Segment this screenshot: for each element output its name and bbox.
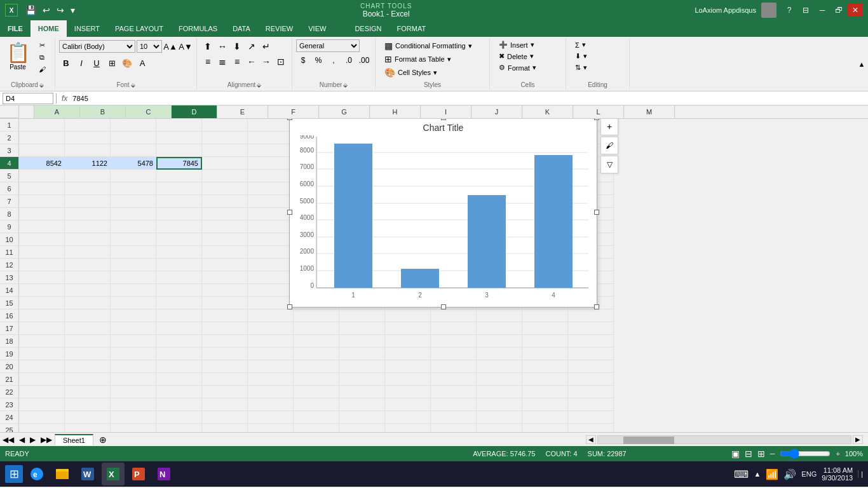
cell-B16[interactable] bbox=[65, 309, 111, 322]
tab-page-layout[interactable]: PAGE LAYOUT bbox=[107, 20, 171, 37]
save-button[interactable]: 💾 bbox=[23, 4, 39, 17]
cell-L22[interactable] bbox=[522, 386, 568, 398]
cell-B3[interactable] bbox=[65, 144, 111, 157]
chart-container[interactable]: Chart Title 0 1000 2000 3000 4000 5000 6… bbox=[289, 117, 597, 308]
cell-E14[interactable] bbox=[202, 284, 248, 297]
cell-M17[interactable] bbox=[568, 322, 614, 335]
font-color-button[interactable]: A bbox=[135, 56, 149, 70]
cell-C10[interactable] bbox=[111, 233, 156, 246]
cell-A8[interactable] bbox=[19, 208, 65, 220]
formula-input[interactable] bbox=[72, 93, 865, 104]
resize-handle-bl[interactable] bbox=[287, 304, 292, 309]
cell-B24[interactable] bbox=[65, 411, 111, 424]
start-button[interactable]: ⊞ bbox=[5, 465, 23, 483]
cell-B8[interactable] bbox=[65, 208, 111, 220]
cell-L17[interactable] bbox=[522, 322, 568, 335]
minimize-button[interactable]: ─ bbox=[815, 4, 830, 17]
increase-indent-button[interactable]: → bbox=[259, 55, 273, 69]
scroll-track[interactable] bbox=[597, 435, 851, 444]
taskbar-files[interactable] bbox=[51, 463, 74, 485]
chart-bar-2[interactable] bbox=[401, 269, 439, 288]
angle-text-button[interactable]: ↗ bbox=[245, 39, 259, 53]
cell-E10[interactable] bbox=[202, 233, 248, 246]
cell-E23[interactable] bbox=[202, 398, 248, 411]
cell-L18[interactable] bbox=[522, 335, 568, 348]
cell-F16[interactable] bbox=[248, 309, 294, 322]
page-layout-view-button[interactable]: ⊟ bbox=[745, 449, 752, 459]
chart-bar-1[interactable] bbox=[334, 144, 372, 288]
cell-H20[interactable] bbox=[339, 360, 385, 373]
cell-C15[interactable] bbox=[111, 297, 156, 309]
cell-I19[interactable] bbox=[385, 348, 431, 360]
bold-button[interactable]: B bbox=[59, 56, 73, 70]
cell-E21[interactable] bbox=[202, 373, 248, 386]
cell-D24[interactable] bbox=[156, 411, 202, 424]
tab-view[interactable]: VIEW bbox=[301, 20, 334, 37]
cell-F20[interactable] bbox=[248, 360, 294, 373]
scroll-left-button[interactable]: ◀ bbox=[586, 435, 596, 444]
resize-handle-br[interactable] bbox=[594, 304, 599, 309]
cell-F7[interactable] bbox=[248, 195, 294, 208]
cell-D3[interactable] bbox=[156, 144, 202, 157]
cell-F6[interactable] bbox=[248, 182, 294, 195]
cell-C7[interactable] bbox=[111, 195, 156, 208]
taskbar-word[interactable]: W bbox=[76, 463, 99, 485]
number-expand-icon[interactable]: ⬙ bbox=[343, 82, 348, 88]
cell-E13[interactable] bbox=[202, 271, 248, 284]
col-header-J[interactable]: J bbox=[471, 105, 522, 118]
cell-E25[interactable] bbox=[202, 424, 248, 432]
cell-C17[interactable] bbox=[111, 322, 156, 335]
cell-A10[interactable] bbox=[19, 233, 65, 246]
cell-C19[interactable] bbox=[111, 348, 156, 360]
cell-M18[interactable] bbox=[568, 335, 614, 348]
col-header-K[interactable]: K bbox=[522, 105, 573, 118]
cell-G21[interactable] bbox=[294, 373, 339, 386]
wrap-text-button[interactable]: ↵ bbox=[259, 39, 273, 53]
zoom-plus[interactable]: + bbox=[836, 450, 839, 458]
cell-A24[interactable] bbox=[19, 411, 65, 424]
cell-D13[interactable] bbox=[156, 271, 202, 284]
cell-G24[interactable] bbox=[294, 411, 339, 424]
cell-B14[interactable] bbox=[65, 284, 111, 297]
tab-formulas[interactable]: FORMULAS bbox=[171, 20, 225, 37]
cell-F24[interactable] bbox=[248, 411, 294, 424]
cell-D4[interactable]: 7845 bbox=[156, 157, 202, 170]
cell-G23[interactable] bbox=[294, 398, 339, 411]
cell-A5[interactable] bbox=[19, 170, 65, 182]
cell-I18[interactable] bbox=[385, 335, 431, 348]
cell-E24[interactable] bbox=[202, 411, 248, 424]
resize-handle-ml[interactable] bbox=[287, 210, 292, 215]
cell-I22[interactable] bbox=[385, 386, 431, 398]
chart-style-button[interactable]: 🖌 bbox=[600, 137, 618, 154]
taskbar-ie[interactable]: e bbox=[25, 463, 48, 485]
cell-A22[interactable] bbox=[19, 386, 65, 398]
cell-C16[interactable] bbox=[111, 309, 156, 322]
cell-M24[interactable] bbox=[568, 411, 614, 424]
dollar-button[interactable]: $ bbox=[296, 53, 310, 67]
cell-F19[interactable] bbox=[248, 348, 294, 360]
cell-B15[interactable] bbox=[65, 297, 111, 309]
taskbar-powerpoint[interactable]: P bbox=[127, 463, 150, 485]
cell-E16[interactable] bbox=[202, 309, 248, 322]
cell-D1[interactable] bbox=[156, 119, 202, 132]
cell-D25[interactable] bbox=[156, 424, 202, 432]
cell-C12[interactable] bbox=[111, 259, 156, 271]
cell-J24[interactable] bbox=[431, 411, 477, 424]
cell-B11[interactable] bbox=[65, 246, 111, 259]
cell-F22[interactable] bbox=[248, 386, 294, 398]
chart-bar-4[interactable] bbox=[534, 155, 573, 288]
center-align-button[interactable]: ≣ bbox=[215, 55, 229, 69]
cell-B9[interactable] bbox=[65, 220, 111, 233]
cell-A6[interactable] bbox=[19, 182, 65, 195]
cell-A21[interactable] bbox=[19, 373, 65, 386]
cell-L23[interactable] bbox=[522, 398, 568, 411]
taskbar-excel[interactable]: X bbox=[102, 463, 125, 485]
cell-A1[interactable] bbox=[19, 119, 65, 132]
cell-J23[interactable] bbox=[431, 398, 477, 411]
cell-F14[interactable] bbox=[248, 284, 294, 297]
font-size-select[interactable]: 10 bbox=[137, 40, 162, 53]
cell-A2[interactable] bbox=[19, 132, 65, 144]
chart-filter-button[interactable]: ▽ bbox=[600, 156, 618, 173]
cell-F10[interactable] bbox=[248, 233, 294, 246]
underline-button[interactable]: U bbox=[90, 56, 104, 70]
